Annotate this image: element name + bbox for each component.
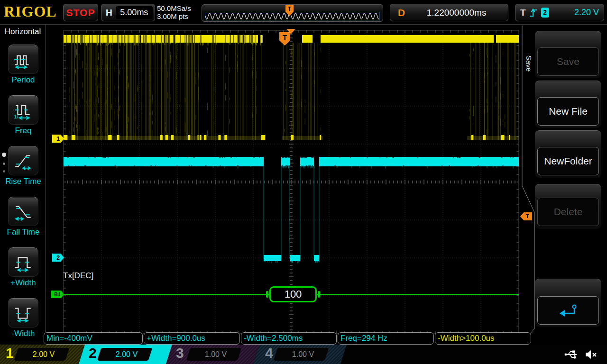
channel-status-bar: 1 2.00 V 2 2.00 V 3 1.00 V 4 1.00 V (0, 345, 607, 364)
channel-2-status-selected[interactable]: 2 2.00 V (78, 345, 173, 364)
channel-3-scale-box: 1.00 V (186, 348, 242, 361)
channel-3-scale: 1.00 V (205, 350, 227, 359)
horizontal-timebase-box[interactable]: H 5.00ms (101, 4, 155, 21)
measurement-minus-width-threshold[interactable]: -Width>100.0us (435, 332, 531, 345)
decode-value-bubble: 100 (269, 286, 317, 302)
left-sidebar-title: Horizontal (0, 27, 46, 36)
measure-label-fall-time: Fall Time (0, 228, 46, 237)
trigger-label: T (520, 8, 526, 18)
measure-label-minus-width: -Width (0, 329, 46, 338)
status-icon-tray (555, 345, 607, 364)
menu-button-back[interactable] (537, 296, 599, 325)
measure-button-plus-width[interactable] (8, 247, 38, 277)
measure-button-freq[interactable]: 1/ (8, 95, 38, 125)
channel-1-status[interactable]: 1 2.00 V (0, 345, 85, 364)
timebase-value: 5.00ms (116, 6, 153, 19)
channel-4-number: 4 (265, 345, 273, 361)
sidebar-page-dot-active (2, 153, 6, 157)
preview-window (205, 12, 380, 20)
menu-button-delete[interactable]: Delete (537, 198, 599, 226)
trigger-info-box[interactable]: T 2 2.20 V (515, 4, 604, 21)
measure-label-period: Period (0, 75, 46, 85)
measure-label-plus-width: +Width (0, 278, 46, 288)
scope-graticule-and-traces (0, 0, 607, 364)
sidebar-page-dot (3, 170, 5, 173)
delay-offset-box[interactable]: D 1.22000000ms (390, 4, 508, 21)
delay-label: D (398, 7, 405, 18)
run-state-indicator[interactable]: STOP (63, 4, 98, 21)
channel-2-number: 2 (89, 345, 97, 361)
svg-text:1/: 1/ (14, 113, 18, 119)
speaker-muted-icon[interactable] (585, 348, 598, 361)
freq-icon: 1/ (13, 100, 33, 120)
channel-2-scale: 2.00 V (116, 350, 138, 359)
trigger-source-badge: 2 (541, 8, 549, 18)
menu-tab-save: Save (523, 44, 533, 83)
memory-depth: 3.00M pts (157, 12, 191, 20)
channel-4-status[interactable]: 4 1.00 V (253, 345, 348, 364)
period-icon (13, 50, 33, 70)
sample-rate: 50.0MSa/s (157, 4, 191, 12)
sidebar-page-dot (3, 163, 5, 165)
delay-value: 1.22000000ms (405, 8, 508, 18)
fall-time-icon (13, 202, 33, 222)
measure-button-fall-time[interactable] (8, 197, 38, 226)
menu-button-save[interactable]: Save (537, 47, 599, 76)
decode-bus-label: Tx[DEC] (63, 271, 93, 281)
rigol-logo: RIGOL (4, 3, 57, 20)
channel-2-scale-box: 2.00 V (97, 348, 153, 361)
measure-button-minus-width[interactable] (8, 298, 38, 328)
channel-1-number: 1 (6, 345, 14, 361)
channel-1-scale-box: 2.00 V (14, 348, 70, 361)
menu-button-new-file[interactable]: New File (537, 97, 599, 126)
trigger-level-value: 2.20 V (574, 8, 599, 18)
measurement-minus-width[interactable]: -Width=2.500ms (241, 332, 337, 345)
measurement-min[interactable]: Min=-400mV (44, 332, 143, 345)
plus-width-icon (13, 253, 33, 273)
measure-label-freq: Freq (0, 126, 46, 136)
measurement-freq[interactable]: Freq=294 Hz (338, 332, 434, 345)
measure-button-rise-time[interactable] (8, 146, 38, 175)
usb-icon[interactable] (564, 349, 579, 360)
rise-time-icon (13, 151, 33, 171)
h-label: H (106, 8, 112, 18)
measure-label-rise-time: Rise Time (0, 177, 46, 186)
channel-1-scale: 2.00 V (33, 350, 55, 359)
preview-waveform (205, 12, 379, 20)
minus-width-icon (13, 303, 33, 323)
channel-3-status[interactable]: 3 1.00 V (166, 345, 260, 364)
channel-4-scale-box: 1.00 V (274, 348, 329, 361)
menu-button-new-folder[interactable]: NewFolder (537, 147, 599, 175)
enter-icon (557, 303, 579, 318)
channel-4-scale: 1.00 V (292, 350, 314, 359)
acquisition-info: 50.0MSa/s 3.00M pts (157, 4, 191, 20)
top-status-bar: RIGOL STOP H 5.00ms 50.0MSa/s 3.00M pts … (0, 0, 607, 25)
measure-button-period[interactable] (8, 45, 38, 74)
measurement-plus-width[interactable]: +Width=900.0us (144, 332, 240, 345)
rising-edge-icon (530, 7, 537, 18)
channel-3-number: 3 (176, 345, 184, 361)
